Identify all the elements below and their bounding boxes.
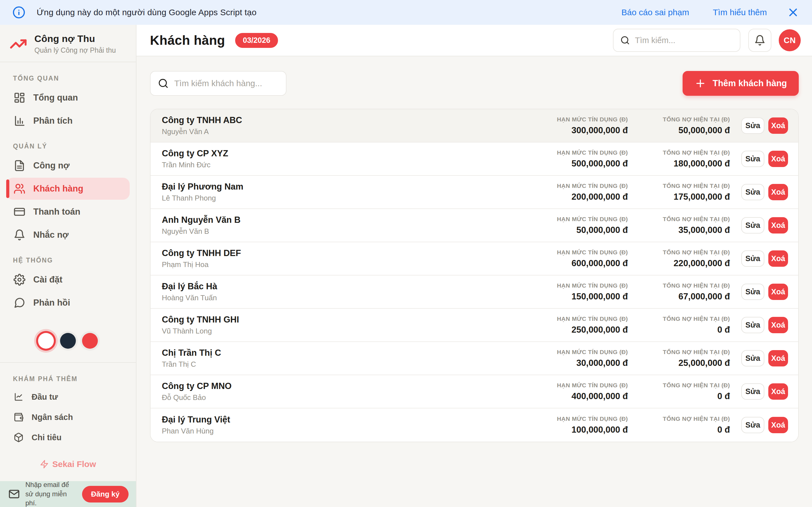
current-debt-value: 35,000,000 đ	[644, 225, 730, 235]
edit-button[interactable]: Sửa	[741, 151, 764, 167]
delete-button[interactable]: Xoá	[768, 350, 788, 367]
mail-icon	[8, 489, 20, 500]
sidebar-item-label: Phản hồi	[33, 298, 70, 308]
credit-limit-value: 300,000,000 đ	[529, 125, 628, 135]
delete-button[interactable]: Xoá	[768, 151, 788, 167]
table-row: Anh Nguyễn Văn B Nguyễn Văn B HẠN MỨC TÍ…	[151, 209, 798, 242]
theme-red-swatch[interactable]	[82, 333, 98, 349]
customer-name: Đại lý Phương Nam	[162, 182, 529, 192]
table-row: Công ty TNHH GHI Vũ Thành Long HẠN MỨC T…	[151, 309, 798, 342]
message-icon	[13, 297, 26, 309]
edit-button[interactable]: Sửa	[741, 217, 764, 233]
current-debt-value: 0 đ	[644, 425, 730, 435]
search-icon	[620, 36, 630, 45]
theme-dark-swatch[interactable]	[60, 333, 76, 349]
theme-color-picker	[0, 333, 136, 349]
learn-more-link[interactable]: Tìm hiểu thêm	[713, 8, 767, 17]
sekai-flow-label: Sekai Flow	[52, 459, 96, 469]
sidebar-item-thanh-toan[interactable]: Thanh toán	[6, 201, 130, 223]
edit-button[interactable]: Sửa	[741, 317, 764, 333]
sidebar-item-khach-hang[interactable]: Khách hàng	[6, 178, 130, 200]
edit-button[interactable]: Sửa	[741, 184, 764, 200]
customer-name: Công ty TNHH DEF	[162, 248, 529, 258]
avatar[interactable]: CN	[779, 29, 801, 51]
sekai-flow-link[interactable]: Sekai Flow	[0, 459, 136, 469]
delete-button[interactable]: Xoá	[768, 117, 788, 134]
notifications-button[interactable]	[748, 29, 771, 52]
global-search[interactable]	[613, 29, 741, 52]
delete-button[interactable]: Xoá	[768, 217, 788, 233]
info-icon	[12, 6, 26, 19]
signup-button[interactable]: Đăng ký	[82, 486, 129, 503]
delete-button[interactable]: Xoá	[768, 250, 788, 267]
delete-button[interactable]: Xoá	[768, 184, 788, 200]
edit-button[interactable]: Sửa	[741, 383, 764, 400]
bell-icon	[13, 229, 26, 241]
edit-button[interactable]: Sửa	[741, 417, 764, 433]
sidebar-item-chi-tieu[interactable]: Chi tiêu	[6, 428, 130, 447]
current-debt-value: 67,000,000 đ	[644, 291, 730, 302]
global-search-input[interactable]	[635, 36, 733, 45]
sidebar-item-cong-no[interactable]: Công nợ	[6, 155, 130, 177]
theme-light-swatch[interactable]	[38, 333, 54, 349]
customer-contact: Lê Thanh Phong	[162, 194, 529, 203]
edit-button[interactable]: Sửa	[741, 250, 764, 267]
close-icon[interactable]	[786, 6, 800, 19]
customer-contact: Vũ Thành Long	[162, 327, 529, 335]
email-signup-bar: Nhập email để sử dụng miễn phí. Đăng ký	[0, 481, 136, 507]
sidebar-item-ngan-sach[interactable]: Ngân sách	[6, 407, 130, 427]
customer-name: Công ty CP MNO	[162, 381, 529, 391]
sidebar-item-label: Tổng quan	[33, 93, 78, 103]
current-debt-label: TỔNG NỢ HIỆN TẠI (Đ)	[644, 116, 730, 123]
credit-limit-value: 200,000,000 đ	[529, 192, 628, 202]
delete-button[interactable]: Xoá	[768, 284, 788, 300]
delete-button[interactable]: Xoá	[768, 317, 788, 333]
sidebar-item-nhac-no[interactable]: Nhắc nợ	[6, 224, 130, 246]
app-logo-block: Công nợ Thu Quản lý Công nợ Phải thu	[0, 25, 136, 62]
current-debt-label: TỔNG NỢ HIỆN TẠI (Đ)	[644, 282, 730, 289]
app-subtitle: Quản lý Công nợ Phải thu	[35, 46, 116, 54]
credit-card-icon	[13, 206, 26, 218]
credit-limit-label: HẠN MỨC TÍN DỤNG (Đ)	[529, 382, 628, 389]
table-row: Đại lý Bắc Hà Hoàng Văn Tuấn HẠN MỨC TÍN…	[151, 276, 798, 309]
gas-banner-text: Ứng dụng này do một người dùng Google Ap…	[37, 8, 257, 17]
period-badge: 03/2026	[235, 33, 278, 48]
credit-limit-label: HẠN MỨC TÍN DỤNG (Đ)	[529, 249, 628, 256]
current-debt-value: 25,000,000 đ	[644, 358, 730, 368]
credit-limit-value: 500,000,000 đ	[529, 159, 628, 169]
sidebar-nav-extra: KHÁM PHÁ THÊMĐầu tưNgân sáchChi tiêu	[0, 363, 136, 448]
table-row: Công ty TNHH ABC Nguyễn Văn A HẠN MỨC TÍ…	[151, 109, 798, 143]
search-icon	[158, 78, 168, 89]
sidebar-item-cai-dat[interactable]: Cài đặt	[6, 269, 130, 291]
add-customer-button[interactable]: Thêm khách hàng	[682, 71, 799, 96]
edit-button[interactable]: Sửa	[741, 284, 764, 300]
edit-button[interactable]: Sửa	[741, 350, 764, 367]
customer-contact: Đỗ Quốc Bảo	[162, 393, 529, 402]
current-debt-label: TỔNG NỢ HIỆN TẠI (Đ)	[644, 216, 730, 223]
customer-name: Anh Nguyễn Văn B	[162, 215, 529, 225]
customer-contact: Trần Thị C	[162, 360, 529, 369]
trending-up-icon	[10, 35, 27, 53]
credit-limit-label: HẠN MỨC TÍN DỤNG (Đ)	[529, 216, 628, 223]
sidebar-item-tong-quan[interactable]: Tổng quan	[6, 87, 130, 109]
customer-search-input[interactable]	[174, 78, 278, 88]
current-debt-label: TỔNG NỢ HIỆN TẠI (Đ)	[644, 382, 730, 389]
delete-button[interactable]: Xoá	[768, 383, 788, 400]
customer-name: Chị Trần Thị C	[162, 348, 529, 358]
sidebar-item-dau-tu[interactable]: Đầu tư	[6, 387, 130, 406]
sidebar-item-phan-tich[interactable]: Phân tích	[6, 110, 130, 132]
report-abuse-link[interactable]: Báo cáo sai phạm	[621, 8, 689, 17]
sidebar-item-label: Phân tích	[33, 116, 73, 126]
sidebar-item-label: Khách hàng	[33, 184, 83, 194]
customer-name: Đại lý Bắc Hà	[162, 281, 529, 291]
page-title: Khách hàng	[150, 33, 225, 48]
edit-button[interactable]: Sửa	[741, 117, 764, 134]
credit-limit-value: 100,000,000 đ	[529, 425, 628, 435]
delete-button[interactable]: Xoá	[768, 417, 788, 433]
credit-limit-label: HẠN MỨC TÍN DỤNG (Đ)	[529, 116, 628, 123]
content: Thêm khách hàng Công ty TNHH ABC Nguyễn …	[137, 56, 812, 507]
sidebar-item-phan-hoi[interactable]: Phản hồi	[6, 292, 130, 314]
current-debt-label: TỔNG NỢ HIỆN TẠI (Đ)	[644, 349, 730, 355]
customer-search[interactable]	[150, 71, 287, 96]
gas-banner: Ứng dụng này do một người dùng Google Ap…	[0, 0, 812, 25]
